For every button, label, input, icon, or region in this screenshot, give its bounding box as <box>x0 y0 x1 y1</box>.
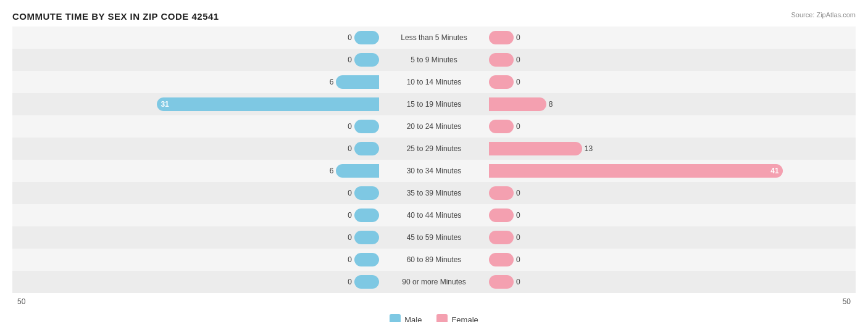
right-section: 0 <box>485 204 856 226</box>
female-value: 0 <box>516 278 528 286</box>
bar-row: 0Less than 5 Minutes0 <box>12 27 856 49</box>
left-section: 0 <box>12 249 383 271</box>
male-value: 0 <box>340 122 352 131</box>
bar-row: 630 to 34 Minutes41 <box>12 160 856 182</box>
female-value: 8 <box>549 100 561 109</box>
legend-female: Female <box>436 314 478 322</box>
axis-right: 50 <box>484 297 856 306</box>
left-section: 0 <box>12 138 383 160</box>
male-value: 0 <box>340 33 352 42</box>
male-value: 0 <box>340 56 352 64</box>
bar-label: Less than 5 Minutes <box>383 33 485 42</box>
male-value: 0 <box>340 211 352 220</box>
bar-label: 10 to 14 Minutes <box>383 78 485 86</box>
bar-label: 40 to 44 Minutes <box>383 211 485 220</box>
male-value-inside: 31 <box>161 100 169 109</box>
bar-row: 035 to 39 Minutes0 <box>12 182 856 204</box>
female-value: 0 <box>516 33 528 42</box>
right-section: 0 <box>485 249 856 271</box>
bar-label: 25 to 29 Minutes <box>383 144 485 153</box>
right-section: 0 <box>485 115 856 138</box>
right-section: 41 <box>485 160 856 182</box>
female-value: 0 <box>516 189 528 197</box>
axis-row: 50 50 <box>12 293 856 310</box>
bar-row: 060 to 89 Minutes0 <box>12 249 856 271</box>
right-section: 0 <box>485 27 856 49</box>
left-section: 0 <box>12 204 383 226</box>
bar-row: 05 to 9 Minutes0 <box>12 49 856 71</box>
male-value: 0 <box>340 278 352 286</box>
male-value: 6 <box>321 167 333 175</box>
female-value: 0 <box>516 255 528 264</box>
male-value: 0 <box>340 255 352 264</box>
right-section: 0 <box>485 71 856 93</box>
legend-female-label: Female <box>451 315 478 323</box>
right-section: 0 <box>485 226 856 249</box>
male-value: 0 <box>340 144 352 153</box>
left-section: 0 <box>12 226 383 249</box>
female-value: 0 <box>516 122 528 131</box>
left-section: 0 <box>12 49 383 71</box>
chart-area: 0Less than 5 Minutes005 to 9 Minutes0610… <box>12 27 856 293</box>
chart-container: COMMUTE TIME BY SEX IN ZIP CODE 42541 So… <box>0 0 868 322</box>
bar-row: 610 to 14 Minutes0 <box>12 71 856 93</box>
right-section: 13 <box>485 138 856 160</box>
bar-label: 60 to 89 Minutes <box>383 255 485 264</box>
right-section: 0 <box>485 271 856 293</box>
female-value: 0 <box>516 78 528 86</box>
left-section: 31 <box>12 93 383 115</box>
legend-male: Male <box>390 314 422 322</box>
axis-left: 50 <box>12 297 384 306</box>
bar-label: 35 to 39 Minutes <box>383 189 485 197</box>
bar-label: 5 to 9 Minutes <box>383 56 485 64</box>
axis-right-label: 50 <box>838 297 856 306</box>
bar-row: 045 to 59 Minutes0 <box>12 226 856 249</box>
male-value: 0 <box>340 189 352 197</box>
source-label: Source: ZipAtlas.com <box>791 11 856 19</box>
left-section: 0 <box>12 27 383 49</box>
bar-label: 90 or more Minutes <box>383 278 485 286</box>
legend-row: Male Female <box>12 314 856 322</box>
bar-label: 45 to 59 Minutes <box>383 233 485 242</box>
male-value: 0 <box>340 233 352 242</box>
bar-row: 090 or more Minutes0 <box>12 271 856 293</box>
female-value: 0 <box>516 233 528 242</box>
left-section: 0 <box>12 271 383 293</box>
right-section: 0 <box>485 182 856 204</box>
male-value: 6 <box>321 78 333 86</box>
bar-label: 30 to 34 Minutes <box>383 167 485 175</box>
chart-title: COMMUTE TIME BY SEX IN ZIP CODE 42541 <box>12 11 856 22</box>
right-section: 0 <box>485 49 856 71</box>
female-value: 0 <box>516 56 528 64</box>
female-value-inside: 41 <box>770 167 778 175</box>
left-section: 6 <box>12 160 383 182</box>
female-value: 13 <box>585 144 597 153</box>
bar-label: 20 to 24 Minutes <box>383 122 485 131</box>
axis-left-label: 50 <box>12 297 30 306</box>
left-section: 6 <box>12 71 383 93</box>
bar-label: 15 to 19 Minutes <box>383 100 485 109</box>
left-section: 0 <box>12 182 383 204</box>
bar-row: 040 to 44 Minutes0 <box>12 204 856 226</box>
legend-male-label: Male <box>404 315 422 323</box>
bar-row: 020 to 24 Minutes0 <box>12 115 856 138</box>
legend-female-box <box>436 314 448 322</box>
legend-male-box <box>390 314 401 322</box>
right-section: 8 <box>485 93 856 115</box>
bar-row: 025 to 29 Minutes13 <box>12 138 856 160</box>
bar-row: 3115 to 19 Minutes8 <box>12 93 856 115</box>
left-section: 0 <box>12 115 383 138</box>
female-value: 0 <box>516 211 528 220</box>
